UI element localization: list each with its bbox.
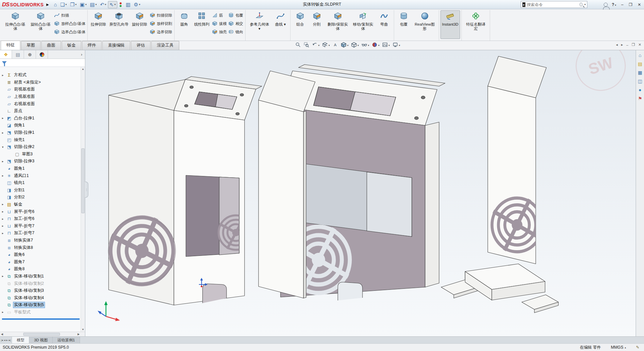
tab-nav-button-2[interactable]: ▸: [6, 339, 8, 342]
dropdown-caret-icon[interactable]: ▾: [318, 44, 320, 47]
tree-item-label[interactable]: 圆角8: [13, 266, 26, 272]
dropdown-caret-icon[interactable]: ▾: [399, 44, 400, 47]
tree-item-前视基准面[interactable]: ▱前视基准面: [0, 86, 80, 93]
display-style-button[interactable]: ▾: [350, 42, 359, 49]
tree-item-label[interactable]: 加工-折弯6: [13, 216, 35, 222]
magnifier-icon[interactable]: [580, 3, 582, 6]
tree-item-label[interactable]: 切除-拉伸3: [13, 158, 35, 164]
tree-item-实体-移动/复制5[interactable]: ⧉实体-移动/复制5: [0, 301, 80, 309]
expand-collapsed-icon[interactable]: ▸: [2, 116, 6, 120]
tree-item-实体-移动/复制3[interactable]: ⧉实体-移动/复制3: [0, 287, 80, 294]
minimize-button[interactable]: –: [620, 2, 624, 7]
tree-item-label[interactable]: 展平-折弯6: [13, 209, 35, 215]
dropdown-caret-icon[interactable]: ▾: [347, 44, 348, 47]
tab-焊件[interactable]: 焊件: [82, 41, 102, 50]
expand-collapsed-icon[interactable]: ▸: [2, 160, 6, 163]
ribbon-button[interactable]: 线性阵列: [193, 10, 211, 39]
tree-item-label[interactable]: 材质 <未指定>: [13, 79, 42, 86]
command-list-button[interactable]: ▥: [124, 1, 132, 8]
ribbon-button[interactable]: 删除/保留实体: [325, 10, 350, 39]
tree-item-圆角8[interactable]: ◕圆角8: [0, 265, 80, 273]
tree-item-材质 <未指定>[interactable]: ≣材质 <未指定>: [0, 79, 80, 86]
ribbon-button[interactable]: 旋转凸台/基体: [28, 10, 53, 39]
appearances-scenes-icon[interactable]: ●: [639, 88, 641, 92]
close-button[interactable]: ✕: [638, 43, 641, 47]
apply-scene-button[interactable]: ▾: [381, 42, 390, 49]
tab-nav-button-3[interactable]: ▸|: [9, 339, 11, 342]
tree-item-label[interactable]: 右视基准面: [13, 101, 36, 107]
view-orientation-button[interactable]: ▾: [340, 42, 349, 49]
tree-item-通风口1[interactable]: ▸✳通风口1: [0, 172, 80, 179]
expand-collapsed-icon[interactable]: ▸: [2, 74, 6, 77]
design-library-icon[interactable]: ▤: [638, 62, 642, 66]
tree-item-展平-折弯7[interactable]: ▸⊔展平-折弯7: [0, 222, 80, 230]
tab-特征[interactable]: 特征: [1, 41, 20, 50]
expand-collapsed-icon[interactable]: ▸: [2, 274, 6, 278]
doc-tab-模型[interactable]: 模型: [12, 337, 29, 343]
tree-item-分割2[interactable]: ◨分割2: [0, 194, 80, 201]
tree-item-抽壳1[interactable]: ◰抽壳1: [0, 136, 80, 143]
tree-item-label[interactable]: 切除-拉伸1: [13, 129, 35, 136]
ribbon-button[interactable]: 边界切除: [150, 28, 172, 36]
tree-item-加工-折弯7[interactable]: ▸⊓加工-折弯7: [0, 230, 80, 237]
ribbon-button[interactable]: 拔模: [212, 20, 227, 27]
dropdown-caret-icon[interactable]: ▾: [114, 3, 116, 6]
tab-渲染工具[interactable]: 渲染工具: [151, 41, 179, 50]
graphics-viewport[interactable]: SW: [85, 50, 636, 336]
ribbon-button[interactable]: 抽壳: [212, 28, 227, 36]
select-button[interactable]: ⇖▾: [108, 1, 118, 8]
scroll-up-icon[interactable]: ▲: [81, 68, 85, 71]
ribbon-button[interactable]: 曲线 ▾: [272, 10, 289, 39]
tree-item-钣金[interactable]: ▸▤钣金: [0, 201, 80, 208]
tree-item-圆角7[interactable]: ◕圆角7: [0, 258, 80, 265]
tree-item-草图3[interactable]: ▢草图3: [0, 151, 80, 158]
ribbon-button[interactable]: 拉伸切除: [89, 10, 108, 39]
expand-collapsed-icon[interactable]: ▸: [2, 232, 6, 235]
tab-nav-button-1[interactable]: ◂: [4, 339, 5, 342]
tree-item-圆角6[interactable]: ◕圆角6: [0, 251, 80, 259]
ribbon-button[interactable]: 特征名翻译宏: [463, 10, 488, 39]
dropdown-caret-icon[interactable]: ▾: [378, 44, 379, 47]
tree-item-label[interactable]: 实体-移动/复制4: [13, 295, 45, 301]
tree-item-label[interactable]: 凸台-拉伸1: [13, 115, 35, 121]
model-scene[interactable]: [85, 50, 636, 336]
tree-item-上视基准面[interactable]: ▱上视基准面: [0, 93, 80, 100]
tree-horizontal-scrollbar[interactable]: ◀ ▶: [0, 332, 85, 336]
ribbon-button[interactable]: 包覆: [228, 12, 243, 19]
tree-item-label[interactable]: 抽壳1: [13, 137, 26, 143]
tree-item-label[interactable]: 圆角6: [13, 252, 26, 258]
tree-vertical-scrollbar[interactable]: ▲ ▼: [81, 67, 85, 332]
tree-item-切除-拉伸1[interactable]: ▸⬔切除-拉伸1: [0, 129, 80, 136]
tree-item-label[interactable]: 圆角1: [13, 165, 26, 172]
expand-collapsed-icon[interactable]: ▸: [2, 174, 6, 177]
bent-bracket-part[interactable]: [441, 264, 558, 313]
tree-item-label[interactable]: 实体-移动/复制2: [13, 280, 45, 287]
zoom-area-button[interactable]: [303, 42, 310, 49]
panel-tab-featuremanager-design-tree[interactable]: ❖: [0, 50, 12, 59]
custom-properties-icon[interactable]: ⚑: [638, 96, 642, 101]
tree-filter-row[interactable]: [0, 59, 85, 67]
dropdown-caret-icon[interactable]: ▾: [85, 3, 87, 6]
tree-item-实体-移动/复制2[interactable]: ⧉实体-移动/复制2: [0, 280, 80, 287]
print-button[interactable]: ▤▾: [88, 1, 98, 8]
save-button[interactable]: ▣▾: [78, 1, 88, 8]
dropdown-caret-icon[interactable]: ▾: [328, 44, 330, 47]
new-document-button[interactable]: ❏▾: [59, 1, 68, 8]
ribbon-button[interactable]: 组合: [292, 10, 309, 39]
left-enclosure-body[interactable]: [108, 77, 262, 305]
dropdown-caret-icon[interactable]: ▾: [95, 3, 97, 6]
tab-nav-button-0[interactable]: |◂: [1, 339, 3, 342]
tree-item-平板型式[interactable]: ▸▭平板型式: [0, 309, 80, 316]
ribbon-button[interactable]: Instant3D: [440, 10, 460, 39]
tree-item-镜向1[interactable]: ◫镜向1: [0, 179, 80, 187]
tab-直接编辑[interactable]: 直接编辑: [102, 41, 130, 50]
ribbon-button[interactable]: 镜向: [228, 28, 243, 36]
tree-item-label[interactable]: 草图3: [21, 151, 34, 157]
edit-appearance-button[interactable]: ▾: [371, 42, 380, 49]
tree-item-label[interactable]: 前视基准面: [13, 86, 36, 92]
ribbon-button[interactable]: 扫描: [54, 12, 85, 19]
ribbon-button[interactable]: 扫描切除: [150, 12, 172, 19]
ribbon-button[interactable]: 包覆: [395, 10, 412, 39]
tree-item-凸台-拉伸1[interactable]: ▸◩凸台-拉伸1: [0, 115, 80, 122]
expand-collapsed-icon[interactable]: ▸: [2, 224, 6, 228]
